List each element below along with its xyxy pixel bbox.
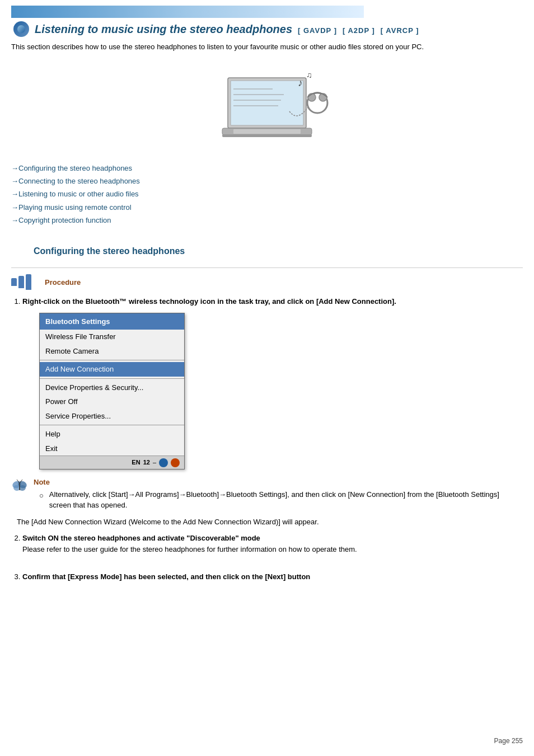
laptop-illustration: ♪ ♫ — [11, 61, 523, 151]
link-5[interactable]: →Copyright protection function — [11, 214, 523, 227]
intro-text: This section describes how to use the st… — [11, 41, 523, 53]
section-divider — [11, 267, 523, 268]
menu-header: Bluetooth Settings — [40, 313, 184, 330]
step-3: Confirm that [Express Mode] has been sel… — [22, 571, 523, 583]
taskbar-dash: – — [153, 458, 156, 467]
title-tag1: [ GAVDP ] — [298, 26, 337, 35]
link-3[interactable]: →Listening to music or other audio files — [11, 187, 523, 200]
steps-list: Right-click on the Bluetooth™ wireless t… — [22, 296, 523, 469]
note-content: Note ○ Alternatively, click [Start]→All … — [34, 478, 523, 511]
step-1-text: Right-click on the Bluetooth™ wireless t… — [22, 297, 396, 306]
bar-2 — [18, 276, 24, 288]
bar-1 — [11, 278, 17, 286]
note-list: ○ Alternatively, click [Start]→All Progr… — [34, 489, 523, 511]
procedure-header: Procedure — [11, 274, 523, 290]
note-bullet: ○ — [39, 490, 44, 511]
note-section: Note ○ Alternatively, click [Start]→All … — [11, 478, 523, 511]
wizard-text: The [Add New Connection Wizard (Welcome … — [17, 516, 523, 528]
links-section: →Configuring the stereo headphones →Conn… — [11, 162, 523, 227]
menu-item-wireless[interactable]: Wireless File Transfer — [40, 330, 184, 344]
step-2: Switch ON the stereo headphones and acti… — [22, 533, 523, 555]
menu-divider-1 — [40, 360, 184, 360]
taskbar-icon-orange — [171, 458, 180, 467]
svg-text:♪: ♪ — [298, 77, 303, 88]
top-banner — [11, 6, 364, 18]
context-menu: Bluetooth Settings Wireless File Transfe… — [39, 313, 185, 469]
note-item-1: ○ Alternatively, click [Start]→All Progr… — [39, 489, 523, 511]
svg-rect-8 — [222, 134, 312, 137]
step-3-bold: Confirm that [Express Mode] has been sel… — [22, 572, 310, 581]
title-tag3: [ AVRCP ] — [381, 26, 419, 35]
procedure-icon — [11, 274, 39, 290]
step-2-bold: Switch ON the stereo headphones and acti… — [22, 534, 260, 542]
svg-rect-1 — [231, 81, 303, 125]
section-heading: Configuring the stereo headphones — [11, 246, 523, 256]
taskbar-en: EN — [132, 458, 140, 467]
menu-item-add-connection[interactable]: Add New Connection — [40, 362, 184, 377]
bar-3 — [26, 274, 31, 290]
menu-divider-3 — [40, 425, 184, 425]
step-2-normal: Please refer to the user guide for the s… — [22, 545, 357, 553]
link-2[interactable]: →Connecting to the stereo headphones — [11, 175, 523, 187]
link-4[interactable]: →Playing music using remote control — [11, 201, 523, 214]
link-1[interactable]: →Configuring the stereo headphones — [11, 162, 523, 175]
note-icon — [11, 478, 28, 495]
menu-footer: EN 12 – — [40, 456, 184, 469]
title-tag2: [ A2DP ] — [343, 26, 375, 35]
context-menu-container: Bluetooth Settings Wireless File Transfe… — [39, 313, 207, 469]
menu-divider-2 — [40, 378, 184, 379]
menu-item-exit[interactable]: Exit — [40, 442, 184, 456]
note-label: Note — [34, 478, 523, 486]
page-number: Page 255 — [494, 737, 523, 745]
menu-item-service-props[interactable]: Service Properties... — [40, 409, 184, 424]
note-text: Alternatively, click [Start]→All Program… — [49, 489, 523, 511]
procedure-label: Procedure — [45, 278, 81, 287]
page-title: Listening to music using the stereo head… — [35, 23, 292, 36]
menu-item-help[interactable]: Help — [40, 427, 184, 442]
page-icon-inner — [17, 25, 25, 33]
page-icon — [13, 21, 29, 37]
svg-text:♫: ♫ — [306, 71, 312, 79]
steps-list-2: Switch ON the stereo headphones and acti… — [22, 533, 523, 583]
svg-rect-7 — [233, 129, 301, 134]
menu-item-power-off[interactable]: Power Off — [40, 395, 184, 409]
procedure-area: Procedure Right-click on the Bluetooth™ … — [11, 274, 523, 469]
step-1: Right-click on the Bluetooth™ wireless t… — [22, 296, 523, 469]
page-title-area: Listening to music using the stereo head… — [11, 21, 523, 37]
menu-item-camera[interactable]: Remote Camera — [40, 344, 184, 359]
taskbar-num: 12 — [143, 458, 150, 467]
menu-item-device-props[interactable]: Device Properties & Security... — [40, 381, 184, 395]
taskbar-icon-blue — [159, 458, 168, 467]
